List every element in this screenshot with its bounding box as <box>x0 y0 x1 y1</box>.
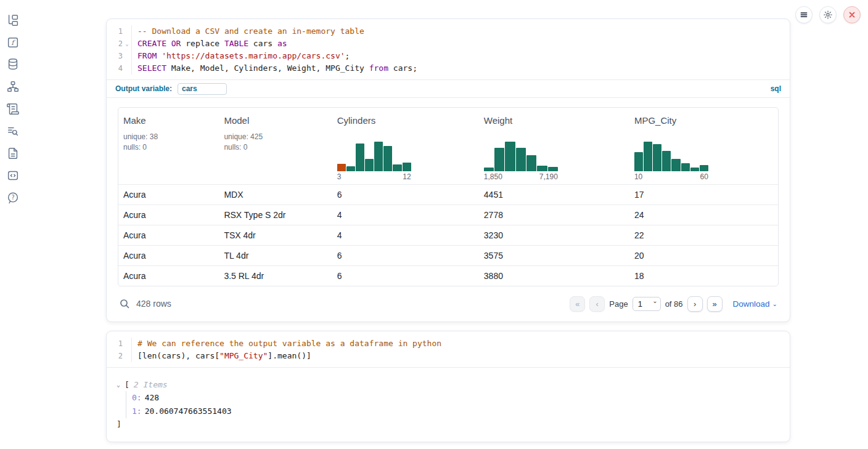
code-line: 1# We can reference the output variable … <box>107 338 790 350</box>
histogram-bar <box>356 144 364 171</box>
table-body: AcuraMDX6445117AcuraRSX Type S 2dr427782… <box>118 184 778 286</box>
column-name: MPG_City <box>634 115 778 126</box>
axis-max-label: 7,190 <box>539 172 558 181</box>
histogram-bar <box>484 168 494 171</box>
chevron-down-icon: ⌄ <box>772 301 777 307</box>
table-cell: TSX 4dr <box>219 230 332 240</box>
column-histogram: 1,8507,190 <box>484 140 558 181</box>
histogram-bar <box>548 167 558 171</box>
code-line: 3FROM 'https://datasets.marimo.app/cars.… <box>107 50 790 62</box>
first-page-button[interactable]: « <box>570 296 585 312</box>
table-cell: 20 <box>629 251 778 261</box>
download-button[interactable]: Download ⌄ <box>733 299 777 309</box>
column-histogram: 1060 <box>634 140 708 181</box>
page-select[interactable]: 1 <box>633 297 661 311</box>
tree-entry: 0:428 <box>132 391 777 405</box>
chevron-down-icon[interactable]: ⌄ <box>117 381 125 388</box>
topbar <box>795 6 861 23</box>
column-stat: nulls: 0 <box>123 142 219 153</box>
python-code-editor[interactable]: 1# We can reference the output variable … <box>107 331 790 367</box>
table-cell: TL 4dr <box>219 251 332 261</box>
histogram-bars <box>484 140 558 171</box>
last-page-button[interactable]: » <box>707 296 723 312</box>
gutter: 2⌄ <box>107 38 132 50</box>
scripts-icon[interactable] <box>6 102 20 116</box>
functions-icon[interactable]: f <box>6 36 20 49</box>
tree-close-bracket: ] <box>117 418 777 431</box>
table-cell: Acura <box>118 271 219 281</box>
gutter: 4 <box>107 62 132 75</box>
svg-text:?: ? <box>11 194 14 201</box>
table-cell: Acura <box>118 230 219 240</box>
histogram-bar <box>644 142 652 171</box>
tree-body: 0:4281:20.060747663551403 <box>126 391 777 418</box>
axis-min-label: 1,850 <box>484 172 502 181</box>
fold-spacer <box>123 25 131 38</box>
code-token <box>157 51 162 60</box>
code-token: replace <box>181 39 224 48</box>
column-header: Weight1,8507,190 <box>479 108 629 184</box>
code-token: from <box>369 63 388 73</box>
database-icon[interactable] <box>6 57 20 71</box>
code-token: cars <box>248 39 277 48</box>
table-row: AcuraTSX 4dr4323022 <box>118 225 778 245</box>
table-cell: 4 <box>332 210 479 220</box>
column-stats: unique: 425nulls: 0 <box>224 132 332 153</box>
histogram-bar <box>653 144 661 171</box>
data-table: Makeunique: 38nulls: 0Modelunique: 425nu… <box>118 107 779 286</box>
python-output-tree: ⌄ [ 2 Items 0:4281:20.060747663551403 ] <box>107 368 790 442</box>
code-text: # We can reference the output variable a… <box>132 338 441 350</box>
table-cell: 3880 <box>479 271 629 281</box>
histogram-bar <box>393 164 401 171</box>
axis-min-label: 3 <box>337 172 342 181</box>
gutter: 2 <box>107 350 132 362</box>
settings-button[interactable] <box>819 6 837 23</box>
close-icon <box>848 10 856 19</box>
table-row: Acura3.5 RL 4dr6388018 <box>118 265 778 286</box>
python-cell: 1# We can reference the output variable … <box>106 331 790 442</box>
next-page-button[interactable]: › <box>687 296 703 312</box>
table-cell: 4 <box>332 230 479 240</box>
code-line: 4SELECT Make, Model, Cylinders, Weight, … <box>107 62 790 75</box>
code-token: OR <box>171 39 181 48</box>
code-token: ].mean()] <box>268 351 311 360</box>
tree-entry: 1:20.060747663551403 <box>132 405 777 418</box>
code-token: "MPG_City" <box>219 351 268 360</box>
search-icon[interactable] <box>119 298 130 309</box>
table-cell: 6 <box>332 251 479 261</box>
file-tree-icon[interactable] <box>6 14 20 27</box>
fold-chevron-icon[interactable]: ⌄ <box>123 38 131 50</box>
table-cell: 18 <box>629 271 778 281</box>
prev-page-button[interactable]: ‹ <box>589 296 605 312</box>
column-name: Cylinders <box>337 115 479 126</box>
column-stats: unique: 38nulls: 0 <box>123 132 219 153</box>
column-stat: unique: 425 <box>224 132 332 142</box>
column-header: Modelunique: 425nulls: 0 <box>219 108 332 184</box>
logs-search-icon[interactable] <box>6 124 20 138</box>
code-token: ; <box>345 51 350 60</box>
shutdown-button[interactable] <box>843 6 861 23</box>
fold-spacer <box>123 338 131 350</box>
line-number: 4 <box>107 62 123 75</box>
code-token <box>166 39 171 48</box>
sidebar: f ? <box>0 0 26 449</box>
documentation-icon[interactable] <box>6 147 20 160</box>
output-variable-input[interactable] <box>178 83 227 95</box>
code-line: 1-- Download a CSV and create an in-memo… <box>107 25 790 38</box>
table-cell: 17 <box>629 190 778 200</box>
help-icon[interactable]: ? <box>6 191 20 204</box>
histogram-axis: 312 <box>337 172 411 181</box>
sql-code-editor[interactable]: 1-- Download a CSV and create an in-memo… <box>107 19 790 79</box>
table-cell: Acura <box>118 210 219 220</box>
sql-output-area: Makeunique: 38nulls: 0Modelunique: 425nu… <box>107 98 790 322</box>
tree-entry-key: 1: <box>132 407 142 416</box>
column-name: Weight <box>484 115 629 126</box>
line-number: 2 <box>107 350 123 362</box>
histogram-bar <box>383 146 392 171</box>
menu-button[interactable] <box>795 6 813 23</box>
table-cell: Acura <box>118 251 219 261</box>
axis-max-label: 12 <box>403 172 411 181</box>
dependency-graph-icon[interactable] <box>6 80 20 94</box>
pagination: « ‹ Page 1 of 86 › » Download ⌄ <box>570 296 777 312</box>
snippets-icon[interactable] <box>6 169 20 182</box>
